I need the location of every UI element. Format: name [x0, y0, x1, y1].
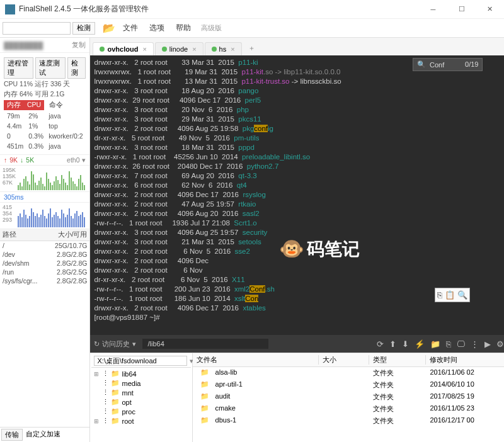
terminal-bottom-bar: ↻访问历史▾ /lib64 ⟳ ⬆ ⬇ ⚡ 📁 ⎘ 🖵 ⋮ ▶ ⚙: [90, 335, 504, 353]
disk-row[interactable]: /dev2.8G/2.8G: [0, 250, 89, 259]
copy-icon[interactable]: ⎘: [437, 290, 442, 300]
col-cpu: CPU: [24, 100, 44, 110]
watermark: 🐵码笔记: [279, 244, 360, 254]
file-list: 文件名 大小 类型 修改时间 📁 alsa-lib文件夹2016/11/06 0…: [193, 353, 504, 442]
status-dot-icon: [100, 47, 105, 52]
col-mtime[interactable]: 修改时间: [426, 355, 504, 365]
terminal-line: drwxr-xr-x. 7 root root 69 Aug 20 2016 q…: [94, 171, 504, 181]
tab-hs[interactable]: hs×: [205, 42, 242, 55]
net-chart: 195K 135K 67K: [0, 166, 89, 192]
terminal-tabs: ovhcloud× linode× hs× ＋: [90, 38, 504, 55]
screen-icon[interactable]: 🖵: [457, 339, 465, 349]
paste-icon[interactable]: 📋: [445, 290, 455, 300]
file-row[interactable]: 📁 alsa-lib文件夹2016/11/06 02: [193, 367, 504, 379]
terminal-line: drwxr-xr-x. 2 root root 4096 Dec 17 2016…: [94, 303, 504, 313]
tab-linode[interactable]: linode×: [155, 42, 203, 55]
file-tree: ▾ ⊞⋮📁lib64⋮📁media⋮📁mnt⋮📁opt⋮📁proc⊞⋮📁root: [90, 353, 193, 442]
copy-button[interactable]: 复制: [72, 40, 86, 50]
advanced-label[interactable]: 高级版: [201, 23, 222, 33]
net-if: eth0: [67, 156, 79, 164]
prompt: [root@vps91887 ~]#: [94, 313, 504, 322]
terminal-line: drwxr-xr-x. 3 root root 20 Nov 6 2016 ph…: [94, 105, 504, 115]
mem-stat: 内存 64% 可用 2.1G: [4, 90, 86, 99]
history-icon: ↻: [94, 340, 100, 348]
close-icon[interactable]: ×: [142, 45, 146, 53]
history-button[interactable]: ↻访问历史▾: [94, 339, 136, 349]
newfolder-icon[interactable]: 📁: [430, 339, 440, 349]
find-input[interactable]: [430, 61, 461, 69]
settings-icon[interactable]: ⋮: [471, 339, 479, 349]
app-icon: [5, 4, 15, 14]
terminal-line: drwxr-xr-x. 26 root root 20480 Dec 17 20…: [94, 162, 504, 171]
file-row[interactable]: 📁 apr-util-1文件夹2014/06/10 10: [193, 379, 504, 391]
tree-item[interactable]: ⋮📁mnt: [93, 388, 190, 397]
tab-transfer[interactable]: 传输: [1, 429, 23, 441]
copy-icon[interactable]: ⎘: [446, 339, 451, 349]
menu-file[interactable]: 文件: [123, 23, 138, 33]
col-type[interactable]: 类型: [369, 355, 426, 365]
tree-item[interactable]: ⋮📁proc: [93, 407, 190, 416]
search-icon[interactable]: 🔍: [457, 290, 467, 300]
tree-item[interactable]: ⋮📁opt: [93, 397, 190, 407]
terminal-line: lrwxrwxrwx. 1 root root 13 Mar 31 2015 p…: [94, 77, 504, 86]
maximize-button[interactable]: ☐: [447, 0, 476, 19]
col-filename[interactable]: 文件名: [193, 355, 319, 365]
cpu-stat: CPU 11% 运行 336 天: [4, 80, 86, 89]
arrow-up-icon: ↑: [4, 156, 7, 164]
tab-detect[interactable]: 检测: [67, 57, 86, 79]
toolbar: 检测 📂 文件 选项 帮助 高级版: [0, 19, 504, 38]
disk-row[interactable]: /sys/fs/cgr...2.8G/2.8G: [0, 276, 89, 285]
minimize-button[interactable]: ─: [419, 0, 447, 19]
terminal-line: drwxr-xr-x. 2 root root 4096 Dec 17 2016…: [94, 190, 504, 200]
close-icon[interactable]: ×: [192, 45, 196, 53]
tree-item[interactable]: ⊞⋮📁root: [93, 416, 190, 426]
disk-row[interactable]: /25G/10.7G: [0, 241, 89, 250]
find-count: 0/19: [465, 60, 478, 69]
tab-ovhcloud[interactable]: ovhcloud×: [93, 42, 153, 55]
tab-speed[interactable]: 速度测试: [35, 57, 65, 79]
detect-button[interactable]: 检测: [72, 22, 95, 35]
download-icon[interactable]: ⬇: [402, 339, 409, 349]
bolt-icon[interactable]: ⚡: [415, 339, 425, 349]
close-icon[interactable]: ×: [231, 45, 234, 53]
refresh-icon[interactable]: ⟳: [377, 339, 384, 349]
play-icon[interactable]: ▶: [484, 339, 491, 349]
monkey-icon: 🐵: [279, 244, 304, 254]
window-title: FinalShell 2.4.5 一体化服务器管理软件: [19, 4, 149, 14]
ping-chart: 415 354 293: [0, 203, 89, 229]
file-row[interactable]: 📁 cmake文件夹2016/11/05 23: [193, 403, 504, 415]
net-stats: ↑9K ↓5K eth0▾: [0, 155, 89, 166]
terminal[interactable]: drwxr-xr-x. 2 root root 33 Mar 31 2015 p…: [90, 55, 504, 335]
folder-open-icon[interactable]: 📂: [103, 22, 115, 34]
file-row[interactable]: 📁 audit文件夹2017/08/25 19: [193, 391, 504, 403]
titlebar: FinalShell 2.4.5 一体化服务器管理软件 ─ ☐ ✕: [0, 0, 504, 19]
disk-row[interactable]: /run2.8G/2.5G: [0, 268, 89, 276]
find-bar: 🔍 0/19: [413, 58, 483, 71]
local-path-input[interactable]: [94, 356, 187, 366]
terminal-line: drwxr-xr-x. 2 root root 4096 Aug 25 19:5…: [94, 124, 504, 133]
process-table: 79m2%java4.4m1%top00.3%kworker/0:2451m0.…: [4, 110, 86, 152]
close-button[interactable]: ✕: [476, 0, 504, 19]
menu-help[interactable]: 帮助: [176, 23, 191, 33]
add-tab-button[interactable]: ＋: [243, 41, 260, 55]
tab-accel[interactable]: 自定义加速: [23, 429, 64, 441]
current-path[interactable]: /lib64: [142, 339, 268, 349]
terminal-line: drwxr-xr-x. 2 root root 4096 Aug 20 2016…: [94, 209, 504, 218]
terminal-line: drwxr-xr-x. 6 root root 62 Nov 6 2016 qt…: [94, 181, 504, 190]
upload-icon[interactable]: ⬆: [389, 339, 396, 349]
terminal-line: drwxr-xr-x. 29 root root 4096 Dec 17 201…: [94, 96, 504, 105]
col-size[interactable]: 大小: [319, 355, 369, 365]
menu-option[interactable]: 选项: [149, 23, 164, 33]
col-mem: 内存: [4, 100, 24, 110]
file-row[interactable]: 📁 dbus-1文件夹2016/12/17 00: [193, 415, 504, 427]
sidebar: ████████ 复制 进程管理 速度测试 检测 CPU 11% 运行 336 …: [0, 38, 90, 442]
tab-process[interactable]: 进程管理: [4, 57, 33, 79]
gear-icon[interactable]: ⚙: [496, 339, 504, 349]
tree-item[interactable]: ⋮📁media: [93, 378, 190, 388]
tree-item[interactable]: ⊞⋮📁lib64: [93, 369, 190, 378]
terminal-line: dr-xr-xr-x. 5 root root 49 Nov 5 2016 pm…: [94, 133, 504, 143]
terminal-line: drwxr-xr-x. 2 root root 6 Nov: [94, 266, 504, 275]
search-input[interactable]: [3, 22, 71, 35]
disk-row[interactable]: /dev/shm2.8G/2.8G: [0, 259, 89, 268]
ping-stat: 305ms: [0, 192, 89, 203]
